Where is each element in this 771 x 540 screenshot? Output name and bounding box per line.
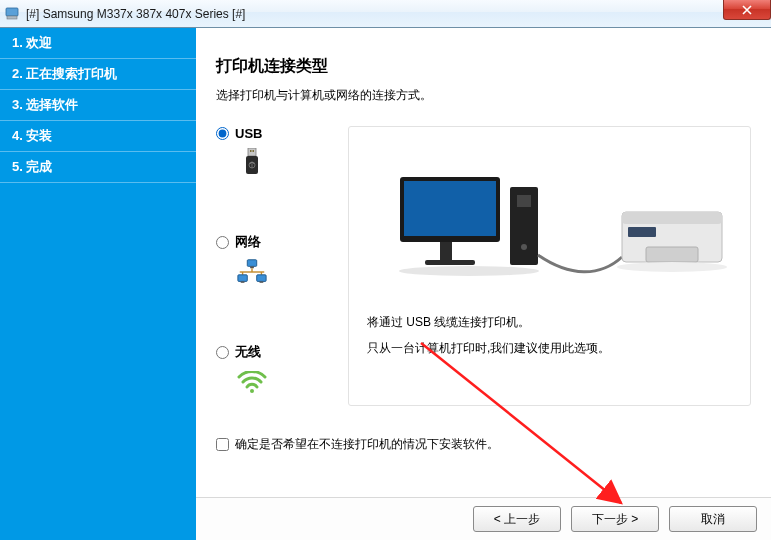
close-button[interactable] (723, 0, 771, 20)
page-title: 打印机连接类型 (216, 56, 751, 77)
svg-rect-3 (250, 150, 252, 152)
svg-rect-20 (440, 242, 452, 260)
back-button[interactable]: < 上一步 (473, 506, 561, 532)
titlebar: [#] Samsung M337x 387x 407x Series [#] (0, 0, 771, 28)
wifi-icon (236, 367, 268, 397)
svg-rect-4 (253, 150, 255, 152)
svg-rect-19 (404, 181, 496, 236)
main-panel: 打印机连接类型 选择打印机与计算机或网络的连接方式。 USB (196, 28, 771, 540)
footer: < 上一步 下一步 > 取消 (196, 497, 771, 540)
install-without-printer-label: 确定是否希望在不连接打印机的情况下安装软件。 (235, 436, 499, 453)
radio-usb[interactable] (216, 127, 229, 140)
page-subtitle: 选择打印机与计算机或网络的连接方式。 (216, 87, 751, 104)
window-controls (723, 0, 771, 20)
svg-rect-14 (257, 275, 266, 282)
svg-rect-16 (260, 281, 264, 282)
option-network[interactable]: 网络 (216, 233, 336, 287)
sidebar-step-finish: 5. 完成 (0, 152, 196, 183)
svg-point-29 (399, 266, 539, 276)
svg-rect-2 (248, 148, 256, 156)
svg-rect-7 (247, 260, 256, 267)
install-without-printer-checkbox[interactable] (216, 438, 229, 451)
radio-wireless[interactable] (216, 346, 229, 359)
cancel-button[interactable]: 取消 (669, 506, 757, 532)
svg-rect-0 (6, 8, 18, 16)
next-button[interactable]: 下一步 > (571, 506, 659, 532)
sidebar-step-select-software: 3. 选择软件 (0, 90, 196, 121)
connection-description-line1: 将通过 USB 线缆连接打印机。 (367, 309, 732, 335)
svg-rect-27 (646, 247, 698, 262)
svg-rect-15 (241, 281, 245, 282)
option-wireless[interactable]: 无线 (216, 343, 336, 397)
svg-rect-21 (425, 260, 475, 265)
connection-options: USB (216, 126, 336, 397)
option-usb-label: USB (235, 126, 262, 141)
svg-rect-8 (250, 266, 254, 268)
svg-rect-26 (622, 212, 722, 224)
connection-description: 将通过 USB 线缆连接打印机。 只从一台计算机打印时,我们建议使用此选项。 (367, 309, 732, 362)
option-usb[interactable]: USB (216, 126, 336, 177)
svg-rect-28 (628, 227, 656, 237)
window-title: [#] Samsung M337x 387x 407x Series [#] (26, 7, 245, 21)
app-icon (4, 6, 20, 22)
svg-rect-13 (238, 275, 247, 282)
sidebar-step-install: 4. 安装 (0, 121, 196, 152)
svg-point-24 (521, 244, 527, 250)
install-without-printer-row: 确定是否希望在不连接打印机的情况下安装软件。 (216, 436, 751, 453)
svg-rect-23 (517, 195, 531, 207)
svg-point-17 (250, 389, 254, 393)
connection-description-line2: 只从一台计算机打印时,我们建议使用此选项。 (367, 335, 732, 361)
usb-icon (236, 147, 268, 177)
svg-rect-1 (7, 16, 17, 19)
option-wireless-label: 无线 (235, 343, 261, 361)
connection-visual-panel: 将通过 USB 线缆连接打印机。 只从一台计算机打印时,我们建议使用此选项。 (348, 126, 751, 406)
connection-illustration (367, 147, 732, 287)
sidebar-step-welcome: 1. 欢迎 (0, 28, 196, 59)
network-icon (236, 257, 268, 287)
radio-network[interactable] (216, 236, 229, 249)
sidebar: 1. 欢迎 2. 正在搜索打印机 3. 选择软件 4. 安装 5. 完成 (0, 28, 196, 540)
option-network-label: 网络 (235, 233, 261, 251)
svg-point-30 (617, 262, 727, 272)
sidebar-step-searching: 2. 正在搜索打印机 (0, 59, 196, 90)
